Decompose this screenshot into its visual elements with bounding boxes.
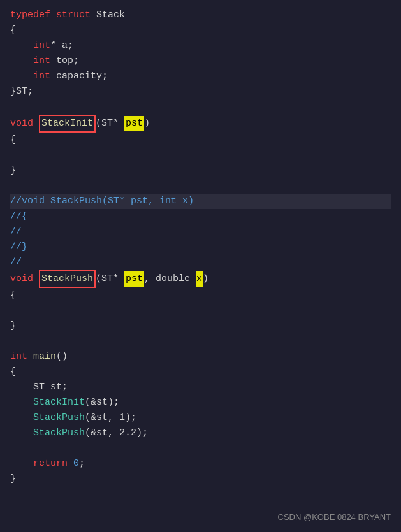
- watermark: CSDN @KOBE 0824 BRYANT: [278, 511, 391, 524]
- code-line-16: //}: [10, 240, 391, 255]
- x-highlight: x: [196, 271, 203, 287]
- code-line-2: {: [10, 23, 391, 38]
- stackpush-highlight: StackPush: [39, 270, 96, 288]
- code-line-30: return 0;: [10, 456, 391, 471]
- code-line-1: typedef struct Stack: [10, 8, 391, 23]
- code-line-15: //: [10, 224, 391, 240]
- code-line-3: int* a;: [10, 38, 391, 54]
- code-line-13: //void StackPush(ST* pst, int x): [10, 194, 391, 209]
- code-line-19: {: [10, 288, 391, 303]
- code-line-4: int top;: [10, 54, 391, 69]
- code-line-23: int main(): [10, 349, 391, 364]
- code-line-11: }: [10, 163, 391, 178]
- code-line-5: int capacity;: [10, 69, 391, 84]
- code-line-25: ST st;: [10, 380, 391, 395]
- code-line-8: void StackInit(ST* pst): [10, 115, 391, 133]
- code-line-31: }: [10, 471, 391, 487]
- code-line-20: [10, 303, 391, 319]
- code-line-7: [10, 99, 391, 115]
- code-line-14: //{: [10, 209, 391, 224]
- code-line-18: void StackPush(ST* pst, double x): [10, 270, 391, 288]
- code-line-29: [10, 441, 391, 456]
- code-line-21: }: [10, 319, 391, 334]
- code-line-26: StackInit(&st);: [10, 395, 391, 410]
- code-line-24: {: [10, 364, 391, 380]
- code-line-10: [10, 148, 391, 163]
- code-line-22: [10, 334, 391, 349]
- code-line-12: [10, 178, 391, 194]
- code-line-17: //: [10, 255, 391, 270]
- pst-highlight-2: pst: [124, 271, 144, 287]
- code-editor: typedef struct Stack { int* a; int top; …: [0, 0, 401, 532]
- code-line-27: StackPush(&st, 1);: [10, 410, 391, 426]
- code-line-6: }ST;: [10, 84, 391, 99]
- stackinit-highlight: StackInit: [39, 115, 96, 133]
- code-line-28: StackPush(&st, 2.2);: [10, 426, 391, 441]
- keyword-struct: struct: [56, 8, 96, 23]
- keyword-typedef: typedef: [10, 8, 56, 23]
- pst-highlight-1: pst: [124, 116, 144, 131]
- code-line-9: {: [10, 133, 391, 148]
- struct-name: Stack: [96, 8, 125, 23]
